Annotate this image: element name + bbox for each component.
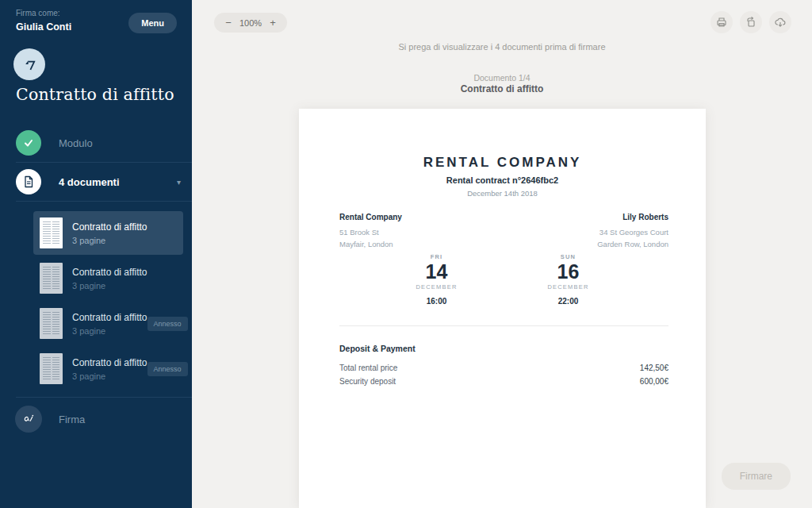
- document-list-item-1[interactable]: Contratto di affitto 3 pagine: [33, 211, 183, 255]
- document-item-pages: 3 pagine: [72, 371, 147, 381]
- chevron-down-icon[interactable]: ▾: [177, 178, 181, 187]
- rotate-icon: [745, 16, 757, 29]
- sidebar: Firma come: Giulia Conti Menu Contratto …: [0, 0, 192, 508]
- user-name: Giulia Conti: [16, 21, 71, 33]
- party-to: Lily Roberts 34 St Georges Court Garden …: [597, 213, 668, 250]
- company-title: RENTAL COMPANY: [299, 155, 706, 171]
- app-root: Firma come: Giulia Conti Menu Contratto …: [0, 0, 812, 508]
- divider: [339, 325, 668, 326]
- sidebar-title: Contratto di affitto: [16, 85, 174, 104]
- payment-section-title: Deposit & Payment: [339, 344, 416, 353]
- checkout-date: SUN 16 DECEMBER 22:00: [537, 253, 600, 306]
- rental-dates: FRI 14 DECEMBER 16:00 SUN 16 DECEMBER 22…: [299, 253, 706, 306]
- menu-button[interactable]: Menu: [128, 13, 177, 33]
- module-label: Modulo: [59, 137, 93, 149]
- document-item-title: Contratto di affitto: [72, 221, 177, 233]
- logo-icon: [21, 56, 38, 73]
- document-thumbnail: [40, 308, 63, 339]
- rotate-button[interactable]: [740, 11, 762, 33]
- sign-as-block: Firma come: Giulia Conti: [16, 9, 71, 33]
- contract-date: December 14th 2018: [299, 189, 706, 198]
- document-thumbnail: [40, 353, 63, 384]
- document-item-pages: 3 pagine: [72, 326, 147, 336]
- printer-icon: [715, 16, 728, 29]
- sign-as-label: Firma come:: [16, 9, 71, 17]
- cloud-download-icon: [774, 16, 787, 29]
- contract-number: Rental contract n°2646fbc2: [299, 175, 706, 185]
- document-thumbnail: [40, 263, 63, 294]
- document-list-item-4[interactable]: Contratto di affitto 3 pagine Annesso: [33, 347, 183, 391]
- zoom-out-button[interactable]: −: [219, 17, 238, 29]
- document-list-item-2[interactable]: Contratto di affitto 3 pagine: [33, 256, 183, 300]
- zoom-in-button[interactable]: +: [263, 17, 282, 29]
- zoom-level: 100%: [238, 18, 263, 28]
- document-item-title: Contratto di affitto: [72, 357, 147, 368]
- sign-button[interactable]: Firmare: [722, 463, 791, 490]
- divider: [16, 397, 192, 398]
- document-thumbnail: [40, 217, 63, 248]
- annex-badge: Annesso: [147, 317, 188, 331]
- zoom-control: − 100% +: [214, 13, 287, 33]
- document-icon: [16, 169, 41, 194]
- sidebar-item-firma[interactable]: Firma: [15, 406, 85, 433]
- documents-header[interactable]: 4 documenti ▾: [16, 169, 181, 194]
- annex-badge: Annesso: [147, 362, 188, 376]
- document-item-pages: 3 pagine: [72, 236, 177, 245]
- current-document-title: Contratto di affitto: [192, 83, 812, 94]
- document-item-pages: 3 pagine: [72, 281, 177, 291]
- download-button[interactable]: [769, 11, 791, 33]
- signature-icon: [15, 406, 42, 433]
- divider: [16, 162, 192, 163]
- documents-header-label: 4 documenti: [59, 176, 177, 188]
- firma-label: Firma: [59, 414, 85, 425]
- document-counter: Documento 1/4: [192, 73, 812, 83]
- document-item-title: Contratto di affitto: [72, 312, 147, 323]
- print-button[interactable]: [710, 11, 733, 33]
- view-documents-notice: Si prega di visualizzare i 4 documenti p…: [192, 42, 812, 52]
- document-item-title: Contratto di affitto: [72, 267, 177, 278]
- payment-row: Total rental price 142,50€: [339, 364, 668, 372]
- document-list-item-3[interactable]: Contratto di affitto 3 pagine Annesso: [33, 302, 183, 345]
- document-page: RENTAL COMPANY Rental contract n°2646fbc…: [299, 109, 706, 508]
- document-list: Contratto di affitto 3 pagine Contratto …: [33, 211, 183, 392]
- sidebar-item-module[interactable]: Modulo: [16, 130, 93, 156]
- checkin-date: FRI 14 DECEMBER 16:00: [405, 253, 469, 306]
- parties-block: Rental Company 51 Brook St Mayfair, Lond…: [339, 213, 668, 250]
- app-logo: [13, 48, 45, 80]
- payment-row: Security deposit 600,00€: [339, 377, 668, 386]
- check-icon: [16, 130, 41, 156]
- toolbar-actions: [710, 11, 791, 33]
- divider: [16, 201, 192, 202]
- party-from: Rental Company 51 Brook St Mayfair, Lond…: [339, 213, 402, 250]
